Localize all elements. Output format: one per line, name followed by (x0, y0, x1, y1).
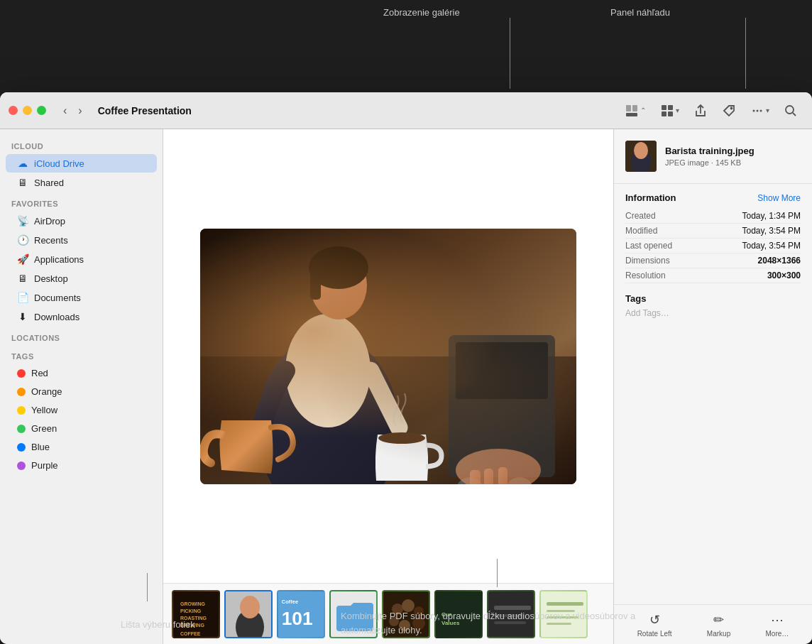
svg-text:101: 101 (282, 608, 313, 629)
modified-label: Modified (625, 226, 657, 236)
search-button[interactable] (778, 100, 803, 121)
svg-point-8 (753, 109, 755, 111)
close-button[interactable] (9, 106, 18, 115)
top-annotations: Zobrazenie galérie Panel náhľadu (0, 0, 812, 92)
maximize-button[interactable] (37, 106, 46, 115)
recents-icon: 🕐 (17, 234, 28, 246)
window-title: Coffee Presentation (98, 105, 613, 116)
thumb-dark-slide (488, 591, 535, 638)
show-more-link[interactable]: Show More (757, 193, 801, 203)
sidebar-item-tag-red[interactable]: Red (6, 364, 157, 382)
sidebar-item-label: Recents (34, 235, 68, 246)
tag-yellow-label: Yellow (31, 405, 57, 415)
thumbnail-7[interactable] (487, 590, 535, 638)
rotate-left-icon: ↺ (649, 612, 660, 628)
airdrop-icon: 📡 (17, 215, 28, 227)
thumb-folder (331, 591, 378, 638)
thumbnail-4[interactable] (329, 590, 378, 638)
thumb-101: Coffee 101 (278, 590, 324, 638)
sidebar-item-tag-orange[interactable]: Orange (6, 383, 157, 400)
barista-svg (200, 229, 576, 484)
thumbnail-3[interactable]: Coffee 101 (277, 590, 325, 638)
sidebar-item-documents[interactable]: 📄 Documents (6, 288, 157, 307)
shared-icon: 🖥 (17, 177, 28, 188)
rotate-left-button[interactable]: ↺ Rotate Left (630, 608, 679, 642)
svg-point-45 (414, 606, 424, 616)
svg-rect-13 (200, 356, 576, 484)
svg-point-15 (285, 314, 371, 427)
svg-point-16 (310, 251, 367, 320)
sidebar-item-shared[interactable]: 🖥 Shared (6, 173, 157, 192)
sidebar-item-tag-purple[interactable]: Purple (6, 457, 157, 474)
resolution-label: Resolution (625, 271, 666, 280)
preview-file-type: JPEG image · 145 KB (665, 158, 755, 167)
gallery-view-annotation: Zobrazenie galérie (383, 7, 460, 18)
thumbnail-1[interactable]: GROWING PICKING ROASTING BREWING COFFEE (172, 590, 220, 638)
thumbnail-5[interactable] (382, 590, 430, 638)
sidebar-item-label: Downloads (34, 312, 79, 322)
preview-panel-annotation: Panel náhľadu (610, 7, 670, 18)
more-options-button[interactable]: ▾ (745, 100, 775, 121)
sidebar-item-tag-green[interactable]: Green (6, 420, 157, 437)
tag-green-dot (17, 425, 26, 433)
sidebar-item-label: Shared (34, 178, 64, 188)
back-button[interactable]: ‹ (59, 103, 71, 119)
svg-text:ROASTING: ROASTING (180, 616, 207, 621)
minimize-button[interactable] (23, 106, 32, 115)
info-row-resolution: Resolution 300×300 (625, 268, 801, 283)
forward-button[interactable]: › (74, 103, 86, 119)
svg-rect-21 (449, 335, 555, 477)
svg-text:COFFEE: COFFEE (180, 631, 201, 636)
thumb-coffee-book: GROWING PICKING ROASTING BREWING COFFEE (173, 591, 220, 638)
resolution-value: 300×300 (767, 271, 801, 280)
gallery-view-button[interactable]: ⌃ (619, 100, 652, 121)
sidebar-item-downloads[interactable]: ⬇ Downloads (6, 307, 157, 326)
thumbnail-2[interactable] (224, 590, 273, 638)
svg-rect-1 (626, 105, 631, 111)
gallery-view (163, 129, 613, 583)
gallery-icon (625, 104, 639, 118)
sidebar-item-desktop[interactable]: 🖥 Desktop (6, 269, 157, 288)
sidebar-item-recents[interactable]: 🕐 Recents (6, 231, 157, 249)
sidebar-item-label: iCloud Drive (34, 158, 84, 169)
tags-button[interactable] (716, 100, 742, 121)
markup-label: Markup (707, 630, 730, 638)
svg-text:BREWING: BREWING (180, 623, 204, 628)
sidebar-item-label: AirDrop (34, 216, 65, 227)
svg-point-14 (257, 335, 399, 484)
toolbar: ‹ › Coffee Presentation ⌃ (0, 92, 812, 129)
svg-point-7 (731, 107, 733, 109)
finder-window: ‹ › Coffee Presentation ⌃ (0, 92, 812, 644)
svg-point-9 (757, 109, 759, 111)
svg-point-63 (634, 142, 648, 159)
more-actions-icon: ⋯ (771, 612, 784, 628)
sidebar-item-applications[interactable]: 🚀 Applications (6, 250, 157, 268)
share-button[interactable] (688, 100, 713, 121)
dimensions-label: Dimensions (625, 256, 670, 266)
grid-view-button[interactable]: ▾ (654, 100, 685, 121)
svg-rect-12 (200, 229, 576, 484)
add-tags-placeholder[interactable]: Add Tags… (625, 308, 801, 318)
sidebar-item-icloud-drive[interactable]: ☁ iCloud Drive (6, 154, 157, 173)
svg-point-25 (456, 449, 541, 484)
svg-text:PICKING: PICKING (180, 608, 202, 613)
thumbnail-8[interactable] (539, 590, 588, 638)
sidebar-item-airdrop[interactable]: 📡 AirDrop (6, 212, 157, 230)
thumb-barista (226, 591, 273, 638)
sidebar-item-tag-yellow[interactable]: Yellow (6, 401, 157, 419)
sidebar-section-tags: Tags (0, 345, 163, 364)
more-actions-button[interactable]: ⋯ More… (759, 608, 796, 642)
svg-point-20 (378, 432, 425, 444)
markup-button[interactable]: ✏ Markup (700, 608, 737, 642)
sidebar-section-locations: Locations (0, 327, 163, 345)
tags-section: Tags Add Tags… (625, 293, 801, 318)
thumbnail-6[interactable]: Our Values (434, 590, 483, 638)
svg-rect-26 (470, 470, 481, 484)
svg-rect-4 (668, 105, 673, 110)
thumb-our-values: Our Values (436, 591, 483, 638)
sidebar-item-tag-blue[interactable]: Blue (6, 438, 157, 456)
svg-rect-58 (547, 610, 575, 612)
search-icon (784, 104, 798, 118)
svg-point-23 (456, 477, 484, 484)
svg-rect-60 (547, 623, 571, 625)
